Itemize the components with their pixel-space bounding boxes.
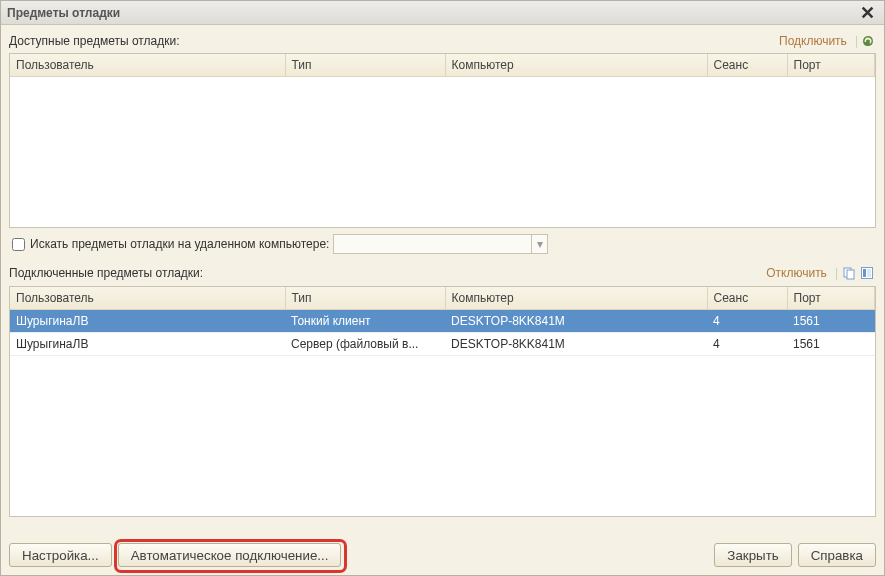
cell-port: 1561 — [787, 310, 875, 333]
cell-session: 4 — [707, 310, 787, 333]
close-button[interactable]: Закрыть — [714, 543, 791, 567]
cell-type: Тонкий клиент — [285, 310, 445, 333]
available-header-row: Пользователь Тип Компьютер Сеанс Порт — [10, 54, 875, 77]
refresh-icon[interactable] — [860, 33, 876, 49]
col-computer[interactable]: Компьютер — [445, 54, 707, 77]
connected-body-pad[interactable] — [10, 356, 875, 516]
close-icon[interactable]: ✕ — [857, 2, 878, 24]
auto-connect-button[interactable]: Автоматическое подключение... — [118, 543, 342, 567]
remote-checkbox-label[interactable]: Искать предметы отладки на удаленном ком… — [30, 237, 329, 251]
svg-rect-3 — [863, 269, 866, 277]
col-session[interactable]: Сеанс — [707, 287, 787, 310]
remote-search-row: Искать предметы отладки на удаленном ком… — [9, 234, 876, 254]
available-table: Пользователь Тип Компьютер Сеанс Порт — [9, 53, 876, 228]
col-port[interactable]: Порт — [787, 287, 875, 310]
content: Доступные предметы отладки: Подключить |… — [1, 25, 884, 527]
col-session[interactable]: Сеанс — [707, 54, 787, 77]
col-user[interactable]: Пользователь — [10, 54, 285, 77]
help-button[interactable]: Справка — [798, 543, 876, 567]
table-row[interactable]: ШурыгинаЛВТонкий клиентDESKTOP-8KK841M41… — [10, 310, 875, 333]
connect-link[interactable]: Подключить — [779, 34, 847, 48]
cell-user: ШурыгинаЛВ — [10, 333, 285, 356]
col-user[interactable]: Пользователь — [10, 287, 285, 310]
svg-rect-4 — [867, 269, 871, 277]
chevron-down-icon[interactable]: ▾ — [531, 235, 547, 253]
table-row[interactable]: ШурыгинаЛВСервер (файловый в...DESKTOP-8… — [10, 333, 875, 356]
list-icon[interactable] — [858, 264, 876, 282]
footer: Настройка... Автоматическое подключение.… — [9, 543, 876, 567]
settings-button[interactable]: Настройка... — [9, 543, 112, 567]
cell-computer: DESKTOP-8KK841M — [445, 310, 707, 333]
copy-icon[interactable] — [840, 264, 858, 282]
cell-computer: DESKTOP-8KK841M — [445, 333, 707, 356]
col-type[interactable]: Тип — [285, 54, 445, 77]
cell-session: 4 — [707, 333, 787, 356]
remote-host-input[interactable]: ▾ — [333, 234, 548, 254]
connected-header: Подключенные предметы отладки: Отключить… — [9, 264, 876, 282]
available-header: Доступные предметы отладки: Подключить | — [9, 33, 876, 49]
cell-user: ШурыгинаЛВ — [10, 310, 285, 333]
window-title: Предметы отладки — [7, 6, 857, 20]
connected-label: Подключенные предметы отладки: — [9, 266, 766, 280]
col-type[interactable]: Тип — [285, 287, 445, 310]
available-body[interactable] — [10, 77, 875, 227]
available-label: Доступные предметы отладки: — [9, 34, 779, 48]
connected-header-row: Пользователь Тип Компьютер Сеанс Порт — [10, 287, 875, 310]
cell-type: Сервер (файловый в... — [285, 333, 445, 356]
connected-table: Пользователь Тип Компьютер Сеанс Порт Шу… — [9, 286, 876, 517]
remote-checkbox[interactable] — [12, 238, 25, 251]
col-computer[interactable]: Компьютер — [445, 287, 707, 310]
col-port[interactable]: Порт — [787, 54, 875, 77]
cell-port: 1561 — [787, 333, 875, 356]
disconnect-link[interactable]: Отключить — [766, 266, 827, 280]
titlebar: Предметы отладки ✕ — [1, 1, 884, 25]
svg-rect-1 — [847, 270, 854, 279]
